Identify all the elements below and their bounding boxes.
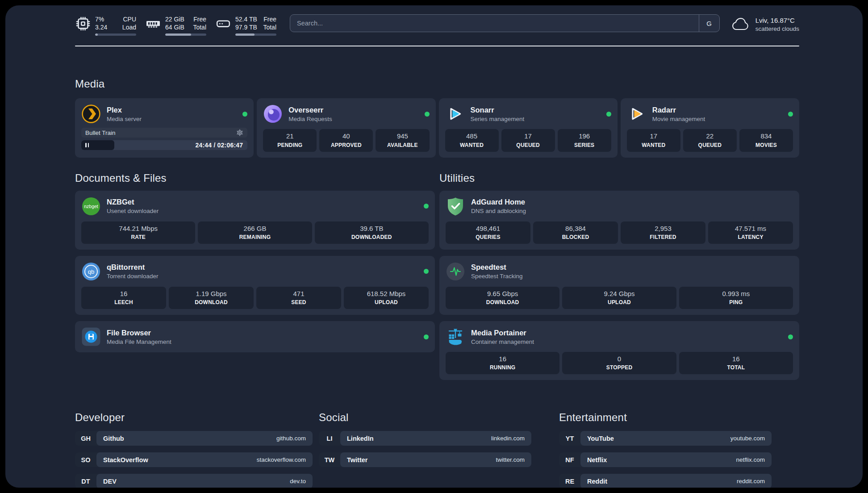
cloud-icon <box>731 15 750 33</box>
plex-icon <box>81 104 101 124</box>
cpu-metric: 7%CPU 3.24Load <box>75 15 136 36</box>
social-section: Social LI LinkedInlinkedin.com TW Twitte… <box>319 411 531 488</box>
pause-icon[interactable] <box>85 143 89 147</box>
link-netflix-url: netflix.com <box>736 456 765 463</box>
link-stackoverflow-name: StackOverflow <box>103 456 148 464</box>
disk-total-value: 97.9 TB <box>235 23 257 31</box>
stat-movies: 834MOVIES <box>739 129 793 151</box>
link-dev[interactable]: DT DEVdev.to <box>75 474 313 488</box>
sonarr-status-dot <box>606 112 611 117</box>
portainer-subtitle: Container management <box>471 338 534 345</box>
ram-total-label: Total <box>193 23 206 31</box>
weather-condition: scattered clouds <box>755 25 799 32</box>
cpu-usage: 7% <box>95 15 104 23</box>
link-twitter-url: twitter.com <box>496 456 525 463</box>
stat-wanted: 485WANTED <box>445 129 499 151</box>
stat-remaining: 266 GBREMAINING <box>198 221 312 244</box>
dashboard-panel: 7%CPU 3.24Load 22 GiBFree <box>5 5 863 488</box>
cpu-load-label: Load <box>122 23 136 31</box>
section-title-developer: Developer <box>75 411 313 424</box>
plex-subtitle: Media server <box>107 116 142 122</box>
system-metrics: 7%CPU 3.24Load 22 GiBFree <box>75 14 276 36</box>
link-netflix-abbr: NF <box>559 452 580 467</box>
ram-free-value: 22 GiB <box>165 15 184 23</box>
sonarr-card[interactable]: Sonarr Series management 485WANTED 17QUE… <box>439 98 618 157</box>
nzbget-card[interactable]: nzbget NZBGet Usenet downloader 744.21 M… <box>75 191 435 250</box>
sonarr-icon <box>445 104 465 124</box>
svg-text:nzbget: nzbget <box>84 203 98 209</box>
radarr-card[interactable]: Radarr Movie management 17WANTED 22QUEUE… <box>621 98 799 157</box>
plex-now-playing-row: Bullet Train <box>81 128 247 138</box>
stat-total: 16TOTAL <box>679 352 793 374</box>
search-input[interactable] <box>290 15 699 32</box>
radarr-status-dot <box>788 112 793 117</box>
link-linkedin[interactable]: LI LinkedInlinkedin.com <box>319 431 531 446</box>
adguard-icon <box>446 196 465 216</box>
speedtest-card[interactable]: Speedtest Speedtest Tracking 9.65 GbpsDO… <box>439 256 799 315</box>
stat-pending: 21PENDING <box>263 129 317 151</box>
developer-section: Developer GH Githubgithub.com SO StackOv… <box>75 411 313 488</box>
qbittorrent-card[interactable]: qb qBittorrent Torrent downloader 16LEEC… <box>75 256 435 315</box>
disk-free-value: 52.4 TB <box>235 15 257 23</box>
stat-upload: 9.24 GbpsUPLOAD <box>562 287 676 309</box>
stat-upload: 618.52 MbpsUPLOAD <box>344 287 429 309</box>
nzbget-name: NZBGet <box>107 198 159 207</box>
link-dev-url: dev.to <box>290 478 306 485</box>
overseerr-card[interactable]: Overseerr Media Requests 21PENDING 40APP… <box>257 98 435 157</box>
disk-metric: 52.4 TBFree 97.9 TBTotal <box>215 15 276 36</box>
stat-wanted: 17WANTED <box>627 129 680 151</box>
link-reddit[interactable]: RE Redditreddit.com <box>559 474 772 488</box>
stat-download: 9.65 GbpsDOWNLOAD <box>446 287 559 309</box>
stat-filtered: 2,953FILTERED <box>621 221 705 244</box>
filebrowser-card[interactable]: File Browser Media File Management <box>75 321 435 352</box>
plex-status-dot <box>242 112 247 117</box>
link-youtube[interactable]: YT YouTubeyoutube.com <box>559 431 772 446</box>
section-title-media: Media <box>75 78 799 90</box>
plex-progress-bar[interactable]: 24:44 / 02:06:47 <box>81 140 247 150</box>
ram-metric: 22 GiBFree 64 GiBTotal <box>145 15 206 36</box>
link-reddit-url: reddit.com <box>737 478 765 485</box>
portainer-icon <box>446 327 465 347</box>
portainer-card[interactable]: Media Portainer Container management 16R… <box>439 321 799 380</box>
filebrowser-status-dot <box>424 334 429 339</box>
link-netflix[interactable]: NF Netflixnetflix.com <box>559 452 772 467</box>
section-title-entertainment: Entertainment <box>559 411 772 424</box>
link-stackoverflow[interactable]: SO StackOverflowstackoverflow.com <box>75 452 313 467</box>
stat-rate: 744.21 MbpsRATE <box>81 221 195 244</box>
nzbget-icon: nzbget <box>81 196 101 216</box>
stat-downloaded: 39.6 TBDOWNLOADED <box>315 221 429 244</box>
stat-available: 945AVAILABLE <box>376 129 429 151</box>
nzbget-subtitle: Usenet downloader <box>107 208 159 214</box>
link-github-name: Github <box>103 435 124 442</box>
stat-leech: 16LEECH <box>81 287 166 309</box>
adguard-card[interactable]: AdGuard Home DNS and adblocking 498,461Q… <box>439 191 799 250</box>
svg-text:qb: qb <box>88 268 94 275</box>
link-reddit-abbr: RE <box>559 474 580 488</box>
overseerr-name: Overseerr <box>288 106 332 115</box>
header-divider <box>75 46 799 46</box>
stat-seed: 471SEED <box>256 287 341 309</box>
link-github-abbr: GH <box>75 431 96 446</box>
plex-name: Plex <box>107 106 142 115</box>
plex-playback-time: 24:44 / 02:06:47 <box>196 142 243 149</box>
stat-download: 1.19 GbpsDOWNLOAD <box>169 287 254 309</box>
nzbget-status-dot <box>424 204 429 209</box>
qbittorrent-status-dot <box>424 269 429 274</box>
cpu-load-value: 3.24 <box>95 23 107 31</box>
link-twitter[interactable]: TW Twittertwitter.com <box>319 452 531 467</box>
ram-free-label: Free <box>193 15 206 23</box>
filebrowser-subtitle: Media File Management <box>107 338 171 345</box>
search-engine-button[interactable]: G <box>699 15 719 32</box>
settings-icon[interactable] <box>236 129 243 136</box>
sonarr-subtitle: Series management <box>471 116 525 122</box>
overseerr-status-dot <box>425 112 430 117</box>
link-linkedin-abbr: LI <box>319 431 340 446</box>
speedtest-name: Speedtest <box>471 263 523 272</box>
plex-card[interactable]: Plex Media server Bullet Train <box>75 98 254 157</box>
stat-running: 16RUNNING <box>446 352 559 374</box>
ram-progress-bar <box>165 33 206 36</box>
link-youtube-url: youtube.com <box>730 435 765 442</box>
utilities-column: Utilities AdGuard Home DNS and adblockin… <box>439 172 799 387</box>
speedtest-icon <box>446 262 465 281</box>
link-github[interactable]: GH Githubgithub.com <box>75 431 313 446</box>
